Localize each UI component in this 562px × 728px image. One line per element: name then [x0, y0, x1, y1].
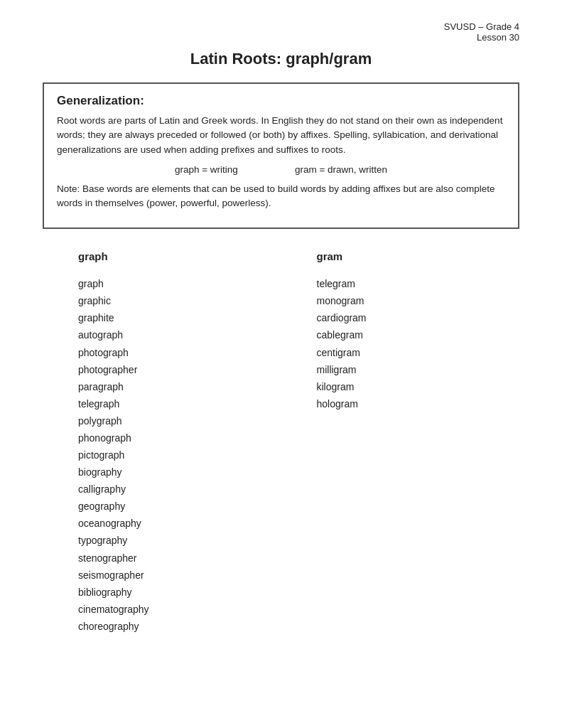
equation-gram: gram = drawn, written	[295, 164, 387, 175]
page-title: Latin Roots: graph/gram	[43, 50, 519, 68]
list-item: cinematography	[78, 601, 281, 618]
list-item: typography	[78, 532, 281, 549]
list-item: cardiogram	[317, 309, 520, 326]
list-item: stenographer	[78, 550, 281, 567]
list-item: choreography	[78, 618, 281, 635]
list-item: hologram	[317, 395, 520, 412]
header-line1: SVUSD – Grade 4	[444, 21, 519, 32]
list-item: oceanography	[78, 515, 281, 532]
list-item: graphic	[78, 292, 281, 309]
word-columns: graph graphgraphicgraphiteautographphoto…	[43, 250, 519, 635]
gram-word-list: telegrammonogramcardiogramcablegramcenti…	[317, 275, 520, 412]
list-item: seismographer	[78, 567, 281, 584]
list-item: pictograph	[78, 446, 281, 464]
list-item: cablegram	[317, 326, 520, 343]
list-item: centigram	[317, 344, 520, 361]
generalization-box: Generalization: Root words are parts of …	[43, 82, 519, 229]
list-item: graphite	[78, 309, 281, 326]
list-item: milligram	[317, 361, 520, 378]
list-item: autograph	[78, 326, 281, 343]
header-info: SVUSD – Grade 4 Lesson 30	[43, 21, 519, 43]
header-line2: Lesson 30	[477, 32, 519, 43]
list-item: monogram	[317, 292, 520, 309]
list-item: geography	[78, 498, 281, 515]
list-item: graph	[78, 275, 281, 292]
list-item: photographer	[78, 361, 281, 378]
gram-column: gram telegrammonogramcardiogramcablegram…	[281, 250, 520, 635]
list-item: polygraph	[78, 412, 281, 429]
list-item: kilogram	[317, 378, 520, 395]
graph-column-heading: graph	[78, 250, 281, 262]
generalization-paragraph1: Root words are parts of Latin and Greek …	[57, 114, 505, 157]
generalization-paragraph2: Note: Base words are elements that can b…	[57, 182, 505, 211]
generalization-heading: Generalization:	[57, 94, 505, 108]
list-item: paragraph	[78, 378, 281, 395]
graph-column: graph graphgraphicgraphiteautographphoto…	[43, 250, 281, 635]
equation-line: graph = writing gram = drawn, written	[57, 164, 505, 175]
list-item: photograph	[78, 344, 281, 361]
list-item: telegraph	[78, 395, 281, 412]
list-item: biography	[78, 464, 281, 481]
list-item: calligraphy	[78, 481, 281, 498]
gram-column-heading: gram	[317, 250, 520, 262]
list-item: telegram	[317, 275, 520, 292]
graph-word-list: graphgraphicgraphiteautographphotographp…	[78, 275, 281, 635]
list-item: bibliography	[78, 584, 281, 601]
equation-graph: graph = writing	[175, 164, 238, 175]
list-item: phonograph	[78, 429, 281, 446]
